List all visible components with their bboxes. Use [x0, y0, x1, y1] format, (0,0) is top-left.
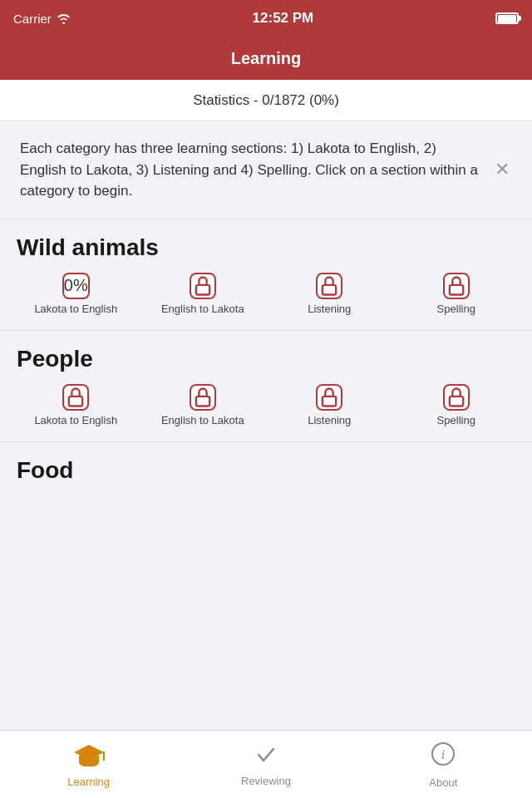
cards-row-wild-animals: 0% Lakota to English English to Lakota: [0, 269, 532, 322]
card-spelling-wild[interactable]: [443, 273, 470, 299]
statistics-text: Statistics - 0/1872 (0%): [193, 92, 339, 109]
close-button[interactable]: ✕: [489, 156, 515, 183]
wifi-icon: [57, 13, 71, 24]
card-label: Spelling: [437, 299, 475, 315]
statistics-bar: Statistics - 0/1872 (0%): [0, 80, 532, 121]
lock-icon: [191, 274, 214, 298]
header-title: Learning: [231, 49, 301, 68]
svg-rect-2: [450, 284, 463, 294]
lock-icon: [64, 386, 87, 409]
tab-reviewing-label: Reviewing: [241, 775, 291, 787]
card-percent: 0%: [64, 276, 88, 295]
lock-icon: [445, 386, 468, 409]
svg-text:i: i: [441, 747, 445, 761]
lock-icon: [318, 386, 341, 409]
card-listening-wild[interactable]: [316, 273, 342, 299]
card-label: English to Lakota: [161, 299, 244, 315]
category-title-wild-animals: Wild animals: [0, 219, 532, 269]
category-title-people: People: [0, 331, 532, 381]
lock-icon: [445, 274, 468, 298]
card-listening-people[interactable]: [316, 384, 342, 411]
tab-learning-label: Learning: [67, 776, 110, 788]
lock-icon: [191, 386, 214, 409]
svg-rect-5: [323, 396, 336, 406]
card-spelling-people[interactable]: [443, 384, 470, 411]
card-lakota-to-english-wild[interactable]: 0%: [62, 273, 90, 299]
card-english-to-lakota-wild[interactable]: [190, 273, 216, 299]
status-bar: Carrier 12:52 PM: [0, 0, 532, 37]
card-label: Listening: [308, 299, 351, 315]
info-text: Each category has three learning section…: [20, 138, 512, 202]
card-label: Lakota to English: [34, 299, 117, 315]
card-label: Listening: [308, 411, 351, 426]
checkmark-icon: [254, 742, 278, 771]
category-food: Food: [0, 442, 532, 500]
tab-reviewing[interactable]: Reviewing: [177, 731, 354, 798]
carrier-text: Carrier: [13, 12, 52, 26]
card-english-to-lakota-people[interactable]: [190, 384, 216, 411]
lock-icon: [318, 274, 341, 298]
tab-about[interactable]: i About: [355, 731, 532, 798]
info-banner: Each category has three learning section…: [0, 121, 532, 219]
card-label: English to Lakota: [161, 411, 244, 426]
svg-rect-6: [450, 396, 463, 406]
svg-rect-0: [196, 284, 209, 294]
card-label: Spelling: [437, 411, 475, 426]
graduation-cap-icon: [73, 741, 105, 772]
scroll-content: Wild animals 0% Lakota to English Englis…: [0, 219, 532, 755]
battery-area: [495, 12, 519, 24]
tab-about-label: About: [429, 776, 457, 789]
cards-row-people: Lakota to English English to Lakota: [0, 381, 532, 433]
svg-rect-4: [196, 396, 209, 406]
category-people: People Lakota to English: [0, 331, 532, 441]
category-title-food: Food: [0, 442, 532, 492]
tab-learning[interactable]: Learning: [0, 731, 177, 798]
card-label: Lakota to English: [34, 411, 117, 426]
battery-icon: [495, 12, 519, 24]
category-wild-animals: Wild animals 0% Lakota to English Englis…: [0, 219, 532, 330]
svg-rect-1: [323, 284, 336, 294]
tab-bar: Learning Reviewing i About: [0, 730, 532, 798]
card-lakota-to-english-people[interactable]: [62, 384, 89, 411]
status-time: 12:52 PM: [253, 10, 314, 27]
app-header: Learning: [0, 37, 532, 80]
svg-rect-3: [69, 396, 82, 406]
info-icon: i: [430, 741, 456, 773]
